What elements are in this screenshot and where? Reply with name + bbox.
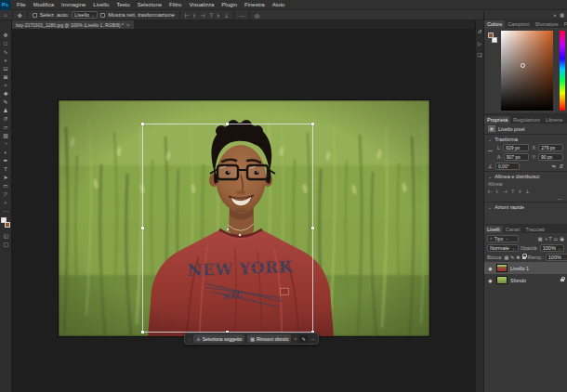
transform-handle[interactable] — [311, 227, 314, 229]
home-icon[interactable]: ⌂ — [4, 12, 7, 18]
filter-adjustment-layers-icon[interactable]: ◑ — [544, 236, 547, 242]
menu-selezione[interactable]: Selezione — [134, 2, 165, 7]
tab-sfumature[interactable]: Sfumature — [532, 20, 560, 28]
shape-tool[interactable]: ▭ — [0, 182, 12, 190]
transform-handle[interactable] — [141, 227, 144, 229]
auto-select-checkbox[interactable] — [33, 13, 37, 18]
align-left-edges-icon[interactable]: ⊢ — [488, 189, 493, 194]
lock-position-icon[interactable]: ✥ — [516, 255, 520, 260]
align-vertical-centers-icon[interactable]: ⊧ — [519, 189, 521, 194]
layer-row[interactable]: ◉Livello 1 — [484, 262, 567, 274]
transform-handle[interactable] — [311, 123, 314, 125]
quick-actions-section-header[interactable]: ⌄ Azioni rapide — [484, 203, 567, 211]
marquee-tool[interactable]: □ — [0, 40, 12, 48]
menu-testo[interactable]: Testo — [112, 2, 133, 7]
layer-filter-search[interactable]: ⌕ Tipo ⌄ — [487, 235, 519, 242]
edit-toolbar-icon[interactable]: ⋯ — [0, 207, 12, 216]
comments-panel-icon[interactable]: ❏ — [478, 53, 482, 59]
type-tool[interactable]: T — [0, 165, 12, 174]
menu-plugin[interactable]: Plugin — [218, 2, 241, 7]
flip-vertical-icon[interactable]: ⇵ — [559, 163, 563, 169]
zoom-icon[interactable]: ⌕ — [294, 335, 297, 342]
menu-visualizza[interactable]: Visualizza — [185, 2, 218, 7]
transform-bounding-box[interactable]: ✦ — [142, 124, 313, 333]
saturation-brightness-field[interactable] — [501, 31, 553, 111]
filter-pixel-layers-icon[interactable]: ▦ — [538, 236, 543, 242]
transform-input[interactable]: 90 px — [538, 153, 563, 161]
actions-panel-icon[interactable]: ▷ — [478, 42, 481, 47]
lock-pixels-icon[interactable]: ✎ — [510, 255, 514, 260]
tab-colore[interactable]: Colore — [484, 20, 505, 28]
foreground-color-swatch[interactable] — [488, 33, 494, 38]
transform-input[interactable]: 629 px — [503, 144, 528, 151]
blend-mode-dropdown[interactable]: Normale ⌄ — [487, 244, 519, 252]
filter-type-layers-icon[interactable]: T — [548, 236, 551, 242]
align-horizontal-centers-icon[interactable]: ⊦ — [496, 189, 499, 194]
more-options-icon[interactable]: ⋯ — [239, 12, 244, 19]
align-bottom-edges-icon[interactable]: ⊥ — [525, 189, 530, 194]
more-options-icon[interactable]: ⋯ — [310, 336, 315, 342]
close-icon[interactable]: × — [126, 22, 130, 28]
menu-immagine[interactable]: Immagine — [58, 2, 89, 7]
screen-mode-icon[interactable]: ▢ — [0, 241, 12, 249]
lock-transparency-icon[interactable]: ▦ — [504, 255, 508, 260]
collapse-panels-icon[interactable]: « — [553, 12, 556, 18]
opacity-dropdown[interactable]: 100% ⌄ — [540, 244, 564, 252]
menu-livello[interactable]: Livello — [89, 2, 112, 7]
panel-grid-icon[interactable]: ▦ — [560, 12, 564, 18]
align-top-edges-icon[interactable]: ⊤ — [510, 189, 515, 194]
brush-tool[interactable]: ✎ — [0, 98, 12, 107]
eyedropper-tool[interactable]: ✧ — [0, 82, 12, 90]
filter-smart-objects-icon[interactable]: ▣ — [560, 236, 564, 242]
menu-aiuto[interactable]: Aiuto — [269, 2, 289, 7]
foreground-color-swatch[interactable] — [1, 217, 7, 223]
quick-mask-icon[interactable]: ◱ — [0, 232, 12, 241]
blur-tool[interactable]: ◔ — [0, 140, 12, 149]
layer-row[interactable]: ◉Sfondo — [484, 274, 567, 286]
dodge-tool[interactable]: ◐ — [0, 149, 12, 157]
menu-finestra[interactable]: Finestra — [241, 2, 269, 7]
tab-regolazioni[interactable]: Regolazioni — [510, 116, 543, 124]
tab-librerie[interactable]: Librerie — [543, 116, 565, 124]
edit-icon[interactable]: ✎ — [299, 334, 308, 343]
fill-dropdown[interactable]: 100% ⌄ — [546, 254, 567, 261]
tab-proprietà[interactable]: Proprietà — [484, 116, 510, 124]
tab-campioni[interactable]: Campioni — [505, 20, 532, 28]
document-tab[interactable]: boy-2170301_1280.jpg @ 100% (Livello 1, … — [12, 20, 134, 29]
visibility-eye-icon[interactable]: ◉ — [487, 278, 494, 283]
menu-filtro[interactable]: Filtro — [165, 2, 185, 7]
history-panel-icon[interactable]: ↺ — [478, 30, 482, 35]
lock-all-icon[interactable] — [522, 256, 526, 259]
move-tool-preset-icon[interactable]: ✥ — [18, 12, 22, 19]
workspace-icon[interactable]: ◎ — [255, 12, 259, 19]
clone-stamp-tool[interactable]: ♟ — [0, 107, 12, 115]
color-picker-cursor[interactable] — [521, 63, 525, 68]
align-horizontal-centers-icon[interactable]: ⊦ — [193, 12, 196, 19]
move-tool[interactable]: ✥ — [0, 32, 12, 40]
align-more-icon[interactable]: ⋯ — [558, 196, 563, 202]
hue-slider[interactable] — [560, 31, 565, 111]
tab-livelli[interactable]: Livelli — [484, 226, 503, 233]
path-selection-tool[interactable]: ➤ — [0, 174, 12, 182]
transform-input[interactable]: 907 px — [504, 153, 529, 161]
pen-tool[interactable]: ✒ — [0, 157, 12, 165]
transform-handle[interactable] — [226, 123, 229, 125]
align-right-edges-icon[interactable]: ⊣ — [200, 12, 204, 19]
history-brush-tool[interactable]: ↺ — [0, 115, 12, 124]
remove-background-button[interactable]: ▦ Rimuovi sfondo — [247, 334, 291, 343]
healing-brush-tool[interactable]: ✚ — [0, 90, 12, 98]
align-section-header[interactable]: ⌄ Allinea e distribuisci — [484, 172, 567, 180]
align-vertical-centers-icon[interactable]: ⊧ — [218, 12, 220, 19]
menu-modifica[interactable]: Modifica — [30, 2, 58, 7]
show-transform-checkbox[interactable] — [100, 13, 105, 18]
transform-input[interactable]: 279 px — [538, 144, 563, 151]
flip-horizontal-icon[interactable]: ⇋ — [552, 163, 557, 169]
tab-tracciati[interactable]: Tracciati — [522, 226, 547, 233]
visibility-eye-icon[interactable]: ◉ — [487, 266, 494, 271]
link-dimensions-icon[interactable]: ⊷ — [488, 148, 493, 153]
align-bottom-edges-icon[interactable]: ⊥ — [224, 12, 229, 19]
layer-thumbnail[interactable] — [496, 264, 508, 272]
crop-tool[interactable]: ⊡ — [0, 65, 12, 73]
drag-grip-icon[interactable]: ∷ — [188, 336, 191, 342]
transform-section-header[interactable]: ⌄ Trasforma — [484, 135, 567, 143]
